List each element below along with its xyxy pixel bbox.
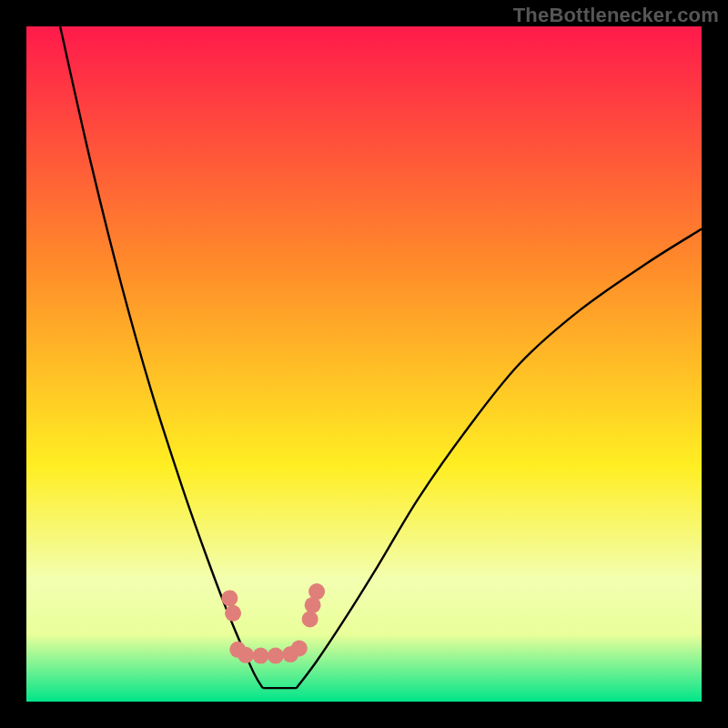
data-marker	[268, 648, 284, 664]
data-marker	[302, 611, 318, 627]
data-marker	[308, 583, 325, 600]
data-marker	[291, 640, 308, 656]
data-marker	[238, 647, 254, 663]
gradient-background	[26, 26, 702, 702]
outer-frame: TheBottlenecker.com	[0, 0, 728, 728]
watermark-text: TheBottlenecker.com	[513, 4, 719, 27]
data-marker	[221, 590, 238, 606]
data-marker	[252, 648, 268, 664]
bottleneck-chart	[26, 26, 702, 702]
data-marker	[225, 605, 241, 622]
